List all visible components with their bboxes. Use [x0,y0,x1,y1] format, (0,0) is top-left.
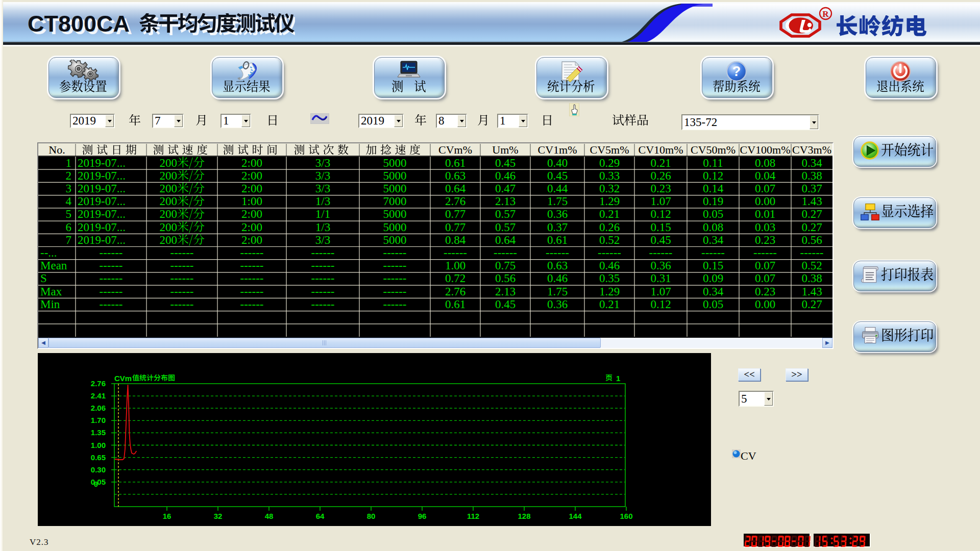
svg-text:0.36: 0.36 [650,259,671,272]
svg-text:1.43: 1.43 [801,285,822,298]
svg-text:200: 200 [159,169,177,182]
svg-text:0.12: 0.12 [703,169,723,182]
svg-text:0.23: 0.23 [755,234,775,246]
svg-text:2.13: 2.13 [495,285,516,298]
svg-text:64: 64 [316,512,325,520]
svg-text:2:00: 2:00 [241,208,262,220]
svg-text:2: 2 [66,169,72,182]
svg-text:5000: 5000 [383,182,407,195]
svg-text:0.12: 0.12 [650,208,671,220]
svg-text:2:00: 2:00 [241,234,262,246]
svg-text:2019-07...: 2019-07... [78,157,126,169]
svg-text:0.07: 0.07 [755,182,775,195]
svg-text:2.76: 2.76 [445,285,465,298]
svg-text:Max: Max [40,285,62,298]
svg-text:------: ------ [311,272,335,285]
svg-text:0.21: 0.21 [599,298,620,311]
svg-text:1.29: 1.29 [599,195,620,208]
svg-text:1.35: 1.35 [91,428,106,437]
svg-text:------: ------ [240,272,264,285]
svg-text:0.46: 0.46 [547,272,568,285]
svg-text:------: ------ [170,259,194,272]
svg-text:0.37: 0.37 [547,221,568,234]
svg-text:2:00: 2:00 [241,169,262,182]
svg-text:2.41: 2.41 [91,391,106,400]
svg-text:1.70: 1.70 [91,416,106,424]
svg-text:------: ------ [383,285,407,298]
svg-text:2019-07...: 2019-07... [78,208,126,220]
svg-text:0.65: 0.65 [91,453,106,462]
svg-text:2019-07...: 2019-07... [78,195,126,208]
svg-text:------: ------ [444,246,467,259]
svg-text:0.15: 0.15 [703,259,723,272]
svg-text:------: ------ [170,272,194,285]
svg-text:------: ------ [100,298,123,311]
svg-text:------: ------ [240,246,264,259]
svg-text:0.37: 0.37 [801,182,822,195]
svg-text:2019-07...: 2019-07... [78,221,126,234]
svg-text:2.06: 2.06 [91,404,106,412]
svg-text:R: R [822,9,829,19]
svg-text:128: 128 [518,512,530,520]
svg-text:7000: 7000 [383,195,407,208]
svg-text:------: ------ [383,272,407,285]
svg-text:2:00: 2:00 [241,221,262,234]
svg-text:0.44: 0.44 [547,182,568,195]
svg-text:0.52: 0.52 [801,259,822,272]
svg-text:0.56: 0.56 [801,234,822,246]
svg-text:0.61: 0.61 [445,298,465,311]
svg-text:------: ------ [100,285,123,298]
svg-text:5000: 5000 [383,169,407,182]
svg-text:2.76: 2.76 [91,379,106,388]
svg-text:CV100m%: CV100m% [740,143,791,156]
svg-text:5000: 5000 [383,157,407,169]
svg-text:------: ------ [598,246,621,259]
svg-text:0.56: 0.56 [495,272,516,285]
svg-text:?: ? [732,64,741,79]
svg-text:32: 32 [214,512,223,520]
svg-text:0.64: 0.64 [495,234,516,246]
svg-text:0.84: 0.84 [445,234,466,246]
svg-text:200: 200 [159,157,177,169]
svg-text:0.05: 0.05 [703,208,723,220]
svg-text:CV3m%: CV3m% [792,143,831,156]
svg-text:7: 7 [66,234,72,246]
svg-text:------: ------ [170,298,194,311]
svg-text:0.05: 0.05 [703,298,723,311]
svg-text:200: 200 [159,182,177,195]
svg-text:200: 200 [159,234,177,246]
svg-text:0.27: 0.27 [801,221,822,234]
svg-text:Mean: Mean [40,259,67,272]
svg-text:------: ------ [701,246,725,259]
svg-text:Min: Min [40,298,60,311]
svg-text:3/3: 3/3 [315,182,330,195]
svg-text:0: 0 [94,480,98,488]
svg-text:2.13: 2.13 [495,195,516,208]
svg-text:0.38: 0.38 [801,272,822,285]
svg-text:0.04: 0.04 [755,169,776,182]
svg-text:------: ------ [494,246,517,259]
svg-text:0.05: 0.05 [91,478,106,486]
svg-text:5: 5 [66,208,72,220]
svg-text:48: 48 [265,512,274,520]
svg-text:------: ------ [100,272,123,285]
svg-text:200: 200 [159,208,177,220]
svg-text:1.00: 1.00 [445,259,465,272]
svg-text:0.34: 0.34 [703,234,724,246]
svg-text:3/3: 3/3 [315,234,330,246]
svg-text:0.45: 0.45 [650,234,671,246]
svg-text:------: ------ [240,298,264,311]
svg-text:0.29: 0.29 [599,157,620,169]
svg-text:------: ------ [100,246,123,259]
svg-text:0.61: 0.61 [547,234,568,246]
svg-text:1/3: 1/3 [315,195,330,208]
svg-text:0.07: 0.07 [755,259,775,272]
svg-text:------: ------ [546,246,569,259]
svg-text:0.45: 0.45 [495,157,516,169]
svg-text:------: ------ [311,259,335,272]
svg-text:0.33: 0.33 [599,169,620,182]
svg-text:0.36: 0.36 [547,298,568,311]
svg-text:5000: 5000 [383,221,407,234]
svg-text:0.00: 0.00 [755,195,775,208]
svg-text:1: 1 [66,157,72,169]
